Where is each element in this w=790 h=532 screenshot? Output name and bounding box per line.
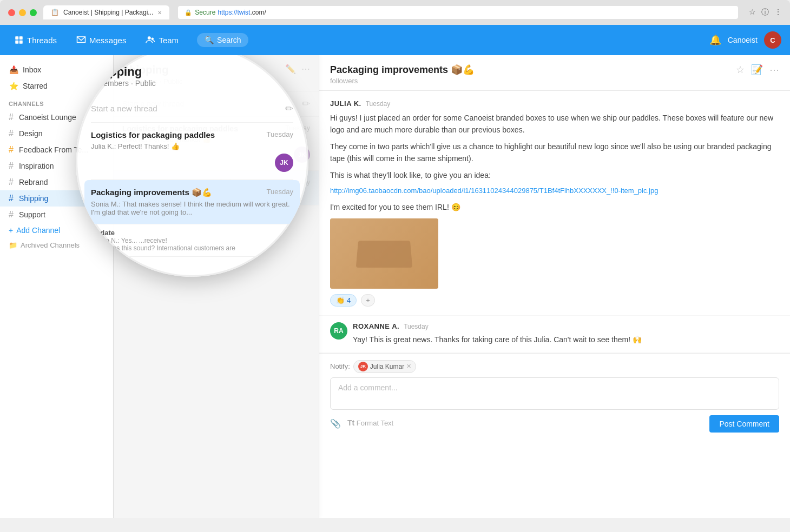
sidebar-item-canoeist-lounge[interactable]: # Canoeist Lounge bbox=[0, 109, 113, 125]
info-icon[interactable]: ⓘ bbox=[761, 8, 769, 17]
sidebar-item-starred[interactable]: ⭐ Starred bbox=[0, 78, 113, 94]
messages-icon bbox=[76, 35, 86, 45]
threads-icon bbox=[14, 35, 24, 45]
menu-icon[interactable]: ⋮ bbox=[774, 8, 782, 17]
sidebar-item-shipping[interactable]: # Shipping bbox=[0, 190, 113, 207]
message-paragraph-1: Hi guys! I just placed an order for some… bbox=[330, 112, 779, 136]
channel-name: Rebrand bbox=[19, 178, 48, 187]
reaction-bar: 👏 4 + bbox=[330, 294, 779, 307]
sidebar-item-inbox[interactable]: 📥 Inbox bbox=[0, 62, 113, 78]
hash-icon: # bbox=[9, 177, 14, 187]
hash-icon: # bbox=[9, 129, 14, 138]
message-text: Hi guys! I just placed an order for some… bbox=[330, 112, 779, 213]
reply-row: RA Roxanne A. Tuesday Yay! This is great… bbox=[330, 322, 779, 345]
star-icon: ⭐ bbox=[9, 81, 18, 91]
search-icon: 🔍 bbox=[205, 36, 214, 44]
header-left: Threads Messages Team 🔍 Search bbox=[9, 32, 248, 48]
sidebar-item-feedback[interactable]: # Feedback From Te... bbox=[0, 142, 113, 158]
inbox-label: Inbox bbox=[23, 65, 41, 74]
browser-actions: ☆ ⓘ ⋮ bbox=[749, 8, 782, 17]
thread-item-header: Logistics for packaging paddles Tuesday bbox=[122, 124, 310, 133]
maximize-dot[interactable] bbox=[30, 9, 37, 16]
thread-preview: Julia K.: Perfect! Thanks! 👍 bbox=[122, 135, 310, 143]
message-paragraph-4: I'm excited for you to see them IRL! 😊 bbox=[330, 201, 779, 213]
channel-name: Feedback From Te... bbox=[19, 145, 88, 154]
thread-date: Tuesday bbox=[285, 124, 310, 132]
new-thread-bar[interactable]: Start a new thread ✏ bbox=[114, 91, 319, 117]
clap-reaction-button[interactable]: 👏 4 bbox=[330, 294, 357, 307]
notify-bar: Notify: JK Julia Kumar ✕ bbox=[330, 360, 779, 373]
sidebar-item-design[interactable]: # Design bbox=[0, 125, 113, 142]
reply-roxanne: RA Roxanne A. Tuesday Yay! This is great… bbox=[319, 316, 790, 353]
messages-nav-label: Messages bbox=[89, 36, 126, 45]
browser-tab[interactable]: 📋 Canoeist | Shipping | Packagi... ✕ bbox=[43, 5, 169, 19]
add-channel-label: Add Channel bbox=[16, 226, 60, 235]
team-nav-label: Team bbox=[159, 36, 179, 45]
thread-date: Tuesday bbox=[285, 178, 310, 186]
channel-name: Design bbox=[19, 129, 43, 138]
browser-window: 📋 Canoeist | Shipping | Packagi... ✕ 🔒 S… bbox=[0, 0, 790, 25]
close-dot[interactable] bbox=[8, 9, 15, 16]
archive-icon: 📁 bbox=[9, 241, 17, 249]
remove-notify-user-button[interactable]: ✕ bbox=[406, 363, 411, 370]
search-button[interactable]: 🔍 Search bbox=[197, 33, 248, 47]
comment-input[interactable]: Add a comment... bbox=[330, 377, 779, 410]
hash-icon: # bbox=[9, 161, 14, 171]
channel-panel: Shipping 8 Members · Public ✏️ ⋯ Start a… bbox=[114, 55, 319, 518]
secure-label: Secure bbox=[195, 9, 215, 16]
channel-name: Shipping bbox=[19, 194, 49, 203]
sidebar-item-rebrand[interactable]: # Rebrand bbox=[0, 174, 113, 190]
star-action-icon[interactable]: ☆ bbox=[736, 64, 745, 76]
plus-icon: + bbox=[366, 296, 370, 304]
url-text: https://twist.com/ bbox=[218, 9, 266, 16]
compose-icon: ✏ bbox=[302, 98, 310, 110]
add-reaction-button[interactable]: + bbox=[361, 294, 375, 307]
notifications-bell-icon[interactable]: 🔔 bbox=[709, 34, 721, 46]
bookmark-icon[interactable]: ☆ bbox=[749, 8, 756, 17]
secure-icon: 🔒 bbox=[185, 9, 192, 16]
search-label: Search bbox=[217, 36, 241, 44]
message-header: Julia K. Tuesday bbox=[330, 99, 779, 108]
reply-time: Tuesday bbox=[404, 323, 429, 330]
archived-channels-button[interactable]: 📁 Archived Channels bbox=[0, 238, 113, 252]
add-channel-button[interactable]: + Add Channel bbox=[0, 223, 113, 238]
channel-meta: 8 Members · Public bbox=[122, 77, 310, 85]
thread-item-packaging[interactable]: Packaging improvements 📦💪 Tuesday Sonia … bbox=[114, 171, 319, 205]
message-time: Tuesday bbox=[366, 100, 391, 108]
thread-footer: JK bbox=[122, 147, 310, 163]
reaction-count: 4 bbox=[347, 296, 351, 304]
user-avatar[interactable]: C bbox=[764, 31, 781, 49]
reply-author: Roxanne A. bbox=[353, 322, 399, 330]
sidebar-item-inspiration[interactable]: # Inspiration bbox=[0, 158, 113, 174]
app-header: Threads Messages Team 🔍 Search 🔔 Canoeis… bbox=[0, 25, 790, 55]
post-comment-button[interactable]: Post Comment bbox=[709, 415, 779, 433]
messages-nav-button[interactable]: Messages bbox=[71, 32, 131, 48]
product-link[interactable]: http://img06.taobaocdn.com/bao/uploaded/… bbox=[330, 185, 779, 197]
hash-icon: # bbox=[9, 145, 14, 155]
archived-channels-label: Archived Channels bbox=[21, 241, 80, 249]
edit-icon[interactable]: ✏️ bbox=[285, 64, 296, 74]
attachment-icon[interactable]: 📎 bbox=[330, 418, 341, 429]
plus-icon: + bbox=[9, 226, 13, 235]
box-shape-inner bbox=[356, 241, 413, 268]
browser-addressbar[interactable]: 🔒 Secure https://twist.com/ bbox=[178, 6, 738, 19]
edit-action-icon[interactable]: 📝 bbox=[751, 64, 763, 76]
threads-nav-label: Threads bbox=[27, 36, 57, 45]
thread-item-logistics[interactable]: Logistics for packaging paddles Tuesday … bbox=[114, 117, 319, 171]
minimize-dot[interactable] bbox=[19, 9, 26, 16]
hash-icon: # bbox=[9, 210, 14, 220]
sidebar-item-support[interactable]: # Support bbox=[0, 207, 113, 223]
notify-label: Notify: bbox=[330, 362, 350, 370]
tab-title: Canoeist | Shipping | Packagi... bbox=[63, 9, 153, 16]
tab-close-button[interactable]: ✕ bbox=[157, 10, 162, 16]
threads-nav-button[interactable]: Threads bbox=[9, 32, 62, 48]
more-icon[interactable]: ⋯ bbox=[301, 64, 310, 74]
team-nav-button[interactable]: Team bbox=[140, 32, 184, 48]
hash-icon: # bbox=[9, 112, 14, 122]
content-header-actions: ☆ 📝 ⋯ bbox=[736, 64, 779, 76]
inbox-icon: 📥 bbox=[9, 65, 18, 75]
more-action-icon[interactable]: ⋯ bbox=[769, 64, 779, 76]
message-paragraph-3: This is what they'll look like, to give … bbox=[330, 169, 779, 181]
box-graphic bbox=[330, 218, 438, 289]
thread-avatar: JK bbox=[294, 147, 310, 163]
